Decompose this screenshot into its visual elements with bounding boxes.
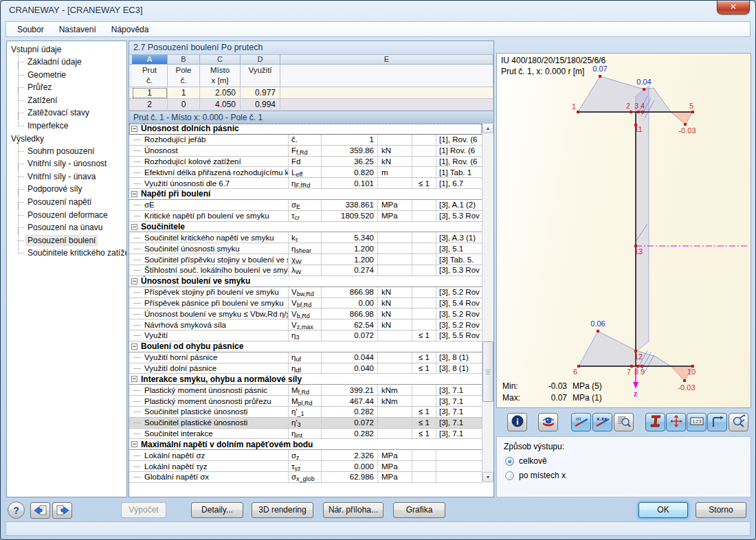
detail-row[interactable]: ÚnosnostFf,Rd359.86kN[1] Rov. (6 xyxy=(129,146,482,157)
sidebar-item-zatezovaci-stavy[interactable]: Zatěžovací stavy xyxy=(16,106,126,120)
detaily-button[interactable]: Detaily... xyxy=(191,502,243,518)
detail-row[interactable]: Příspěvek pásnice při boulení ve smykuVb… xyxy=(129,298,482,309)
stress-diagram-button[interactable]: στ xyxy=(571,413,591,431)
collapse-icon[interactable]: − xyxy=(131,126,137,132)
column-letter-E[interactable]: E xyxy=(280,55,493,65)
scrollbar-thumb[interactable] xyxy=(482,341,493,402)
sidebar-item-posouzeni-deformace[interactable]: Posouzení deformace xyxy=(16,209,126,222)
detail-row[interactable]: Rozhodující jeřábč.1[1], Rov. (6 xyxy=(129,135,482,146)
output-option-total[interactable]: celkově xyxy=(505,456,547,466)
nar-priloha-button[interactable]: Nár. příloha... xyxy=(323,502,383,518)
collapse-icon[interactable]: − xyxy=(131,278,137,284)
help-button[interactable]: ? xyxy=(8,502,25,519)
collapse-icon[interactable]: − xyxy=(131,191,137,197)
sidebar-item-prurez[interactable]: Průřez xyxy=(16,81,126,94)
detail-group-header[interactable]: −Únosnost dolních pásnic xyxy=(129,124,482,135)
zoom-arrows-button[interactable] xyxy=(729,413,748,431)
detail-row[interactable]: Lokální napětí σzσz2.326MPa xyxy=(129,450,482,461)
detail-group-header[interactable]: −Únosnost boulení ve smyku xyxy=(129,276,482,287)
detail-row[interactable]: Lokální napětí τyzτyz0.000MPa xyxy=(129,461,482,472)
grid-cell[interactable]: 1 xyxy=(168,87,200,99)
column-letter-C[interactable]: C xyxy=(200,55,241,65)
grid-cell[interactable]: 4.050 xyxy=(200,99,241,111)
detail-group-header[interactable]: −Interakce smyku, ohybu a normálové síly xyxy=(129,374,482,385)
menu-item-napoveda[interactable]: Nápověda xyxy=(104,23,156,36)
detail-row[interactable]: Rozhodující kolové zatíženíFd36.25kN[1],… xyxy=(129,157,482,168)
detail-row[interactable]: Využitíη30.072≤ 1[3], 5.5 Rov xyxy=(129,330,482,341)
sidebar-item-vnitrni-sily-unosnost[interactable]: Vnitřní síly - únosnost xyxy=(16,157,126,170)
collapse-icon[interactable]: − xyxy=(131,441,137,447)
detail-group-header[interactable]: −Napětí při boulení xyxy=(129,189,482,200)
cancel-button[interactable]: Storno xyxy=(696,502,746,518)
menu-item-nastaveni[interactable]: Nastavení xyxy=(52,23,103,36)
detail-row[interactable]: Součinitel interakceηint0.282≤ 1[3], 7.1 xyxy=(129,429,482,440)
grid-cell[interactable]: 0.994 xyxy=(241,99,280,111)
collapse-icon[interactable]: − xyxy=(131,376,137,382)
sidebar-item-imperfekce[interactable]: Imperfekce xyxy=(16,120,126,133)
detail-row[interactable]: Efektivní délka přiřazená rozhodujícímu … xyxy=(129,167,482,178)
grid-cell[interactable]: 0 xyxy=(168,99,200,111)
detail-group-header[interactable]: −Maximální napětí v dolním napěťovém bod… xyxy=(129,439,482,450)
detail-row[interactable]: Únosnost boulení ve smyku ≤ Vbw,Rd η/χwV… xyxy=(129,308,482,319)
column-letter-A[interactable]: A xyxy=(132,55,168,65)
detail-row[interactable]: σEσE338.861MPa[3], A.1 (2) xyxy=(129,200,482,211)
detail-row[interactable]: Součinitel plastické únosnostiη'_10.282≤… xyxy=(129,407,482,418)
sidebar-item-geometrie[interactable]: Geometrie xyxy=(16,69,126,82)
axes-button[interactable] xyxy=(707,413,727,431)
column-letter-B[interactable]: B xyxy=(168,55,200,65)
detail-group-header[interactable]: −Boulení od ohybu pásnice xyxy=(129,341,482,352)
ok-button[interactable]: OK xyxy=(638,502,688,518)
grid-cell[interactable]: 1 xyxy=(132,87,168,99)
sidebar-item-posouzeni-bouleni[interactable]: Posouzení boulení xyxy=(16,234,126,247)
vypocet-button[interactable]: Výpočet xyxy=(121,502,166,518)
sidebar-item-soucinitele-kritickeho-zatizeni[interactable]: Součinitele kritického zatížení xyxy=(16,247,126,260)
sidebar-item-posouzeni-na-unavu[interactable]: Posouzení na únavu xyxy=(16,221,126,234)
detail-row[interactable]: Globální napětí σxσx_glob62.986MPa xyxy=(129,472,482,483)
scroll-up-icon[interactable]: ▲ xyxy=(482,123,493,133)
radio-icon[interactable] xyxy=(505,457,514,466)
detail-row[interactable]: Součinitel únosnosti smykuηshear1.200[3]… xyxy=(129,243,482,254)
grid-cell[interactable] xyxy=(280,87,493,99)
detail-row[interactable]: Součinitel plastické únosnostiη'30.072≤ … xyxy=(129,418,482,429)
find-result-button[interactable] xyxy=(614,413,634,431)
tree-section-label[interactable]: Výsledky xyxy=(11,133,126,145)
detail-row[interactable]: Příspěvek stojiny při boulení ve smykuVb… xyxy=(129,287,482,298)
tree-section-label[interactable]: Vstupní údaje xyxy=(11,43,126,56)
sidebar-item-souhrn-posouzeni[interactable]: Souhrn posouzení xyxy=(16,145,126,158)
detail-row[interactable]: Součinitel kritického napětí ve smykukτ5… xyxy=(129,232,482,243)
scroll-down-icon[interactable]: ▼ xyxy=(482,472,493,482)
result-values-button[interactable]: x.xx xyxy=(592,413,612,431)
display-properties-button[interactable] xyxy=(538,413,558,431)
detail-row[interactable]: Kritické napětí při boulení ve smykuτcr1… xyxy=(129,211,482,222)
detail-row[interactable]: Plastický moment únosnosti pásnicMf,Rd39… xyxy=(129,385,482,396)
detail-row[interactable]: Plastický moment únosnosti průřezuMpl,Rd… xyxy=(129,396,482,407)
detail-row[interactable]: Štíhlostní souč. lokálního boulení ve sm… xyxy=(129,265,482,276)
sidebar-item-vnitrni-sily-unava[interactable]: Vnitřní síly - únava xyxy=(16,170,126,183)
sidebar-item-zatizeni[interactable]: Zatížení xyxy=(16,94,126,107)
collapse-icon[interactable]: − xyxy=(131,344,137,350)
prev-window-button[interactable] xyxy=(30,502,50,519)
detail-row[interactable]: Využití horní pásniceηuf0.044≤ 1[3], 8 (… xyxy=(129,352,482,363)
radio-icon[interactable] xyxy=(505,471,514,480)
collapse-icon[interactable]: − xyxy=(131,224,137,230)
next-window-button[interactable] xyxy=(52,502,72,519)
sidebar-item-podporove-sily[interactable]: Podporové síly xyxy=(16,183,126,196)
grid-cell[interactable]: 2 xyxy=(132,99,168,111)
numbering-button[interactable]: 123 xyxy=(687,413,707,431)
sidebar-item-posouzeni-napeti[interactable]: Posouzení napětí xyxy=(16,196,126,209)
detail-row[interactable]: Využití dolní pásniceηdf0.040≤ 1[3], 8 (… xyxy=(129,363,482,374)
3d-rendering-button[interactable]: 3D rendering xyxy=(252,502,313,518)
detail-row[interactable]: Součinitel příspěvku stojiny v boulení v… xyxy=(129,254,482,265)
column-letter-D[interactable]: D xyxy=(241,55,280,65)
dimension-lines-button[interactable] xyxy=(666,413,686,431)
grid-cell[interactable] xyxy=(280,99,493,111)
detail-row[interactable]: Využití únosnosti dle 6.7ηF,fRd0.101≤ 1[… xyxy=(129,178,482,189)
detail-group-header[interactable]: −Součinitele xyxy=(129,222,482,233)
sidebar-item-zakladni-udaje[interactable]: Základní údaje xyxy=(16,56,126,69)
close-button[interactable]: ✕ xyxy=(717,1,750,14)
grafika-button[interactable]: Grafika xyxy=(393,502,445,518)
detail-row[interactable]: Návrhová smyková sílaVz,max62.54kN[3], 5… xyxy=(129,319,482,330)
info-button[interactable]: i xyxy=(507,413,527,431)
detail-scrollbar[interactable]: ▲ ▼ xyxy=(482,123,493,482)
output-option-by-x[interactable]: po místech x xyxy=(505,471,566,480)
